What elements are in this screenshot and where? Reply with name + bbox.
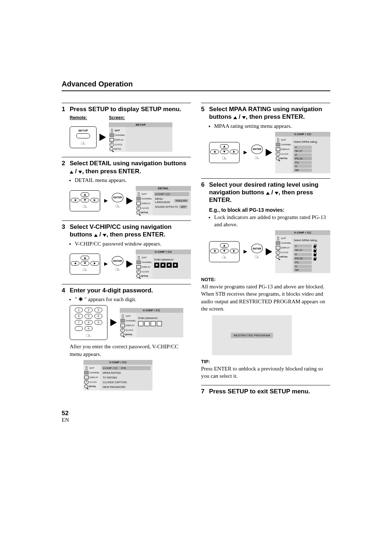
- arrow-right-icon: [99, 134, 106, 141]
- remote-setup-button: SETUP ☞: [70, 126, 97, 148]
- screen-label: Screen:: [109, 115, 125, 120]
- page-lang: EN: [62, 417, 330, 423]
- step-4: 4 Enter your 4-digit password.: [62, 287, 191, 294]
- password-digit: ✱: [154, 263, 159, 268]
- lock-icon: [313, 252, 317, 256]
- osd-vchip-menu: V-CHIP / CC QUIT CHANNEL DISPLAY CLOCK D…: [83, 360, 152, 390]
- right-column: 5 Select MPAA RATING using navigation bu…: [201, 98, 330, 397]
- magnifier-icon: [110, 147, 113, 151]
- arrow-right-icon: [104, 199, 108, 203]
- setup-button-icon: [76, 133, 90, 138]
- step1-figure: SETUP ☞ SETUP QUIT CHANNEL DISPLAY CLOCK: [70, 122, 191, 152]
- osd-detail-screen: DETAIL QUIT CHANNEL DISPLAY CLOCK DETAIL…: [136, 186, 191, 215]
- step-5: 5 Select MPAA RATING using navigation bu…: [201, 105, 330, 121]
- step4-figure1: 123 456 789 0 ☞ V-CHIP / CC QUIT CHANNEL…: [70, 305, 191, 340]
- step-1: 1 Press SETUP to display SETUP menu.: [62, 105, 191, 113]
- note-head: NOTE:: [201, 277, 330, 282]
- step-3: 3 Select V-CHIP/CC using navigation butt…: [62, 223, 191, 239]
- up-arrow-icon: [94, 234, 98, 237]
- down-arrow-icon: [103, 234, 106, 237]
- step-6: 6 Select your desired rating level using…: [201, 181, 330, 204]
- remote-enter-button: ENTER: [112, 193, 123, 202]
- step2-bullet: DETAIL menu appears.: [75, 177, 191, 184]
- osd-setup-screen: SETUP QUIT CHANNEL DISPLAY CLOCK DETAIL: [109, 122, 172, 152]
- two-columns: 1 Press SETUP to display SETUP menu. Rem…: [62, 98, 330, 397]
- pointer-hand-icon: ☞: [115, 203, 120, 209]
- left-column: 1 Press SETUP to display SETUP menu. Rem…: [62, 98, 191, 397]
- step6-figure: ☞ ENTER ☞ V-CHIP / CC QUIT CHANNEL DISPL…: [209, 230, 330, 273]
- step4-bullet: " ✱ " appears for each digit.: [75, 296, 191, 303]
- lock-icon: [313, 244, 317, 248]
- page-number: 52: [62, 410, 330, 417]
- step-7: 7 Press SETUP to exit SETUP menu.: [201, 388, 330, 395]
- nav-left-button: [71, 198, 79, 202]
- rating-list: X NC-17 R PG-13 PG G NR: [294, 146, 328, 172]
- manual-page: Advanced Operation 1 Press SETUP to disp…: [62, 80, 330, 423]
- down-arrow-icon: [242, 116, 246, 119]
- tip-head: TIP:: [201, 359, 330, 364]
- step5-figure: ☞ ENTER ☞ V-CHIP / CC QUIT CHANNEL DISPL…: [209, 132, 330, 173]
- step3-bullet: V-CHIP/CC password window appears.: [75, 240, 191, 247]
- arrow-right-icon: [126, 197, 133, 204]
- up-arrow-icon: [266, 192, 270, 195]
- lock-icon: [313, 248, 317, 252]
- section-title: Advanced Operation: [62, 80, 330, 91]
- pointer-hand-icon: ☞: [82, 203, 87, 209]
- remote-keypad: 123 456 789 0 ☞: [70, 305, 107, 340]
- osd-mpaa-rating: V-CHIP / CC QUIT CHANNEL DISPLAY CLOCK D…: [275, 132, 330, 173]
- remote-navpad: ☞: [70, 254, 100, 275]
- osd-vchip-password-empty: V-CHIP / CC QUIT CHANNEL DISPLAY CLOCK D…: [120, 308, 183, 337]
- tip-body: Press ENTER to unblock a previously bloc…: [201, 365, 330, 380]
- down-arrow-icon: [275, 192, 278, 195]
- step6-eg-head: E.g., to block all PG-13 movies:: [209, 207, 330, 213]
- step-2: 2 Select DETAIL using navigation buttons…: [62, 159, 191, 175]
- clock-icon: [110, 142, 114, 147]
- restricted-program-label: RESTRICTED PROGRAM: [231, 333, 273, 338]
- step4-after: After you enter the correct password, V-…: [70, 343, 191, 358]
- note-body: All movie programs rated PG-13 and above…: [201, 283, 330, 312]
- up-arrow-icon: [233, 116, 237, 119]
- nav-up-button: [81, 193, 89, 197]
- down-arrow-icon: [78, 171, 82, 174]
- step4-figure2: V-CHIP / CC QUIT CHANNEL DISPLAY CLOCK D…: [83, 360, 191, 390]
- restricted-program-screen: RESTRICTED PROGRAM: [212, 315, 292, 355]
- pointer-hand-icon: ☞: [81, 140, 86, 146]
- up-arrow-icon: [70, 171, 73, 174]
- lock-icon: [313, 257, 317, 260]
- remote-navpad: ☞: [70, 190, 100, 211]
- nav-down-button: [81, 198, 89, 202]
- nav-right-button: [90, 198, 99, 202]
- osd-mpaa-rating-locked: V-CHIP / CC QUIT CHANNEL DISPLAY CLOCK D…: [275, 230, 330, 273]
- remote-label: Remote:: [70, 115, 87, 120]
- osd-vchip-password: V-CHIP / CC QUIT CHANNEL DISPLAY CLOCK D…: [136, 250, 191, 279]
- step3-figure: ☞ ENTER ☞ V-CHIP / CC QUIT CHANNEL DISPL…: [70, 250, 191, 279]
- step2-figure: ☞ ENTER ☞ DETAIL QUIT CHANNEL DISPLAY: [70, 186, 191, 215]
